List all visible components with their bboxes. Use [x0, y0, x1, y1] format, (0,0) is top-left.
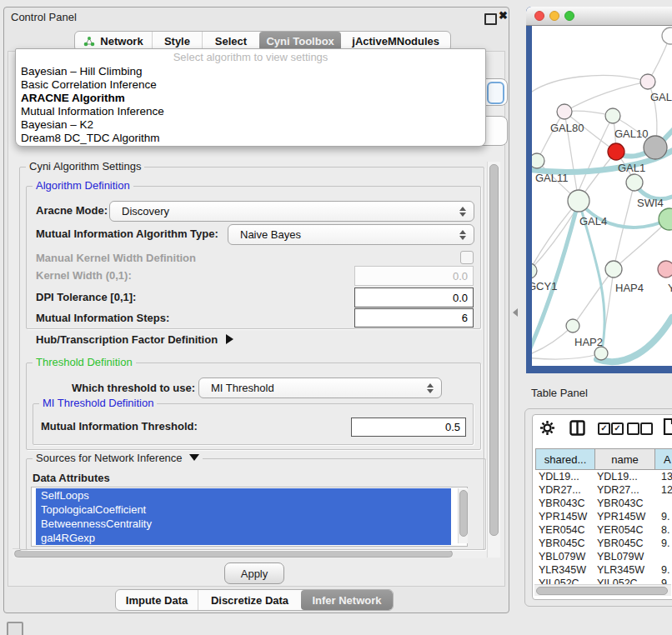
column-header-A[interactable]: A [655, 448, 672, 470]
node-gal1[interactable] [608, 143, 624, 160]
table-row[interactable]: YBR045CYBR045C9. [535, 537, 672, 550]
table-browser: ✓ ✓ shared...nameA YDL19...YDL19...13YDR… [532, 414, 672, 600]
attributes-vscrollbar-track [458, 488, 468, 543]
attribute-item[interactable]: gal4RGexp [36, 531, 451, 545]
node-hap4[interactable] [605, 261, 622, 278]
data-attributes-list[interactable]: SelfLoopsTopologicalCoefficientBetweenne… [31, 487, 468, 547]
node-pink[interactable] [658, 261, 672, 278]
mi-algorithm-type-value: Naive Bayes [240, 228, 301, 241]
node-top-partial[interactable] [662, 28, 672, 44]
threshold-definition-legend: Threshold Definition [33, 357, 136, 368]
hub-definition-toggle[interactable]: Hub/Transcription Factor Definition [36, 333, 233, 347]
checked-box-icon[interactable]: ✓ [611, 422, 624, 435]
table-row[interactable]: YBR043CYBR043C [535, 497, 672, 510]
close-traffic-light[interactable] [534, 11, 544, 21]
column-layout-icon[interactable] [569, 420, 585, 439]
data-attributes-label: Data Attributes [33, 472, 110, 485]
table-cell: YLR345W [535, 563, 595, 577]
attribute-item[interactable]: TopologicalCoefficient [36, 502, 451, 517]
combo-stepper-icon [427, 383, 434, 393]
settings-hscrollbar-thumb[interactable] [14, 550, 453, 558]
node-swi4[interactable] [626, 174, 643, 191]
node-hap2[interactable] [566, 319, 579, 332]
mi-algorithm-type-combo[interactable]: Naive Bayes [228, 224, 474, 245]
tab-impute-data[interactable]: Impute Data [116, 590, 198, 610]
table-cell: YIL052C [595, 577, 657, 584]
network-edge [532, 353, 601, 359]
aracne-mode-value: Discovery [122, 205, 169, 218]
table-cell: 13 [657, 470, 672, 483]
unchecked-box-icon[interactable] [627, 422, 639, 435]
gear-icon[interactable] [539, 420, 555, 439]
apply-button-label: Apply [241, 568, 268, 580]
table-hscrollbar-thumb[interactable] [536, 587, 668, 595]
table-cell: 9 [657, 577, 667, 584]
unchecked-box-icon[interactable] [640, 422, 653, 435]
table-row[interactable]: YIL052CYIL052C9 [535, 577, 672, 584]
table-row[interactable]: YBL079WYBL079W [535, 550, 672, 563]
tab-infer-network[interactable]: Infer Network [301, 590, 393, 610]
sources-legend[interactable]: Sources for Network Inference [33, 452, 203, 464]
network-edge [564, 82, 648, 112]
minimize-traffic-light[interactable] [549, 11, 559, 21]
table-row[interactable]: YER054CYER054C8. [535, 523, 672, 537]
zoom-traffic-light[interactable] [564, 11, 574, 21]
network-window-titlebar[interactable] [526, 7, 672, 26]
tab-discretize-data[interactable]: Discretize Data [198, 590, 301, 610]
node-gal11[interactable] [532, 153, 544, 168]
cyni-algorithm-settings-legend: Cyni Algorithm Settings [26, 161, 144, 172]
node-bottom[interactable] [594, 347, 608, 360]
which-threshold-label: Which threshold to use: [72, 382, 195, 395]
algorithm-option-bayesian-hill-climbing[interactable]: Bayesian – Hill Climbing [16, 65, 485, 78]
node-label: GAL [650, 91, 672, 103]
algorithm-option-aracne-algorithm[interactable]: ARACNE Algorithm [16, 92, 485, 105]
node-gcy1[interactable] [532, 263, 537, 278]
mi-threshold-field[interactable]: 0.5 [351, 418, 466, 437]
table-row[interactable]: YDR27...YDR27...12 [535, 483, 672, 497]
column-header-name[interactable]: name [595, 448, 655, 470]
collapsed-arrow-icon [226, 334, 233, 344]
kernel-width-field: 0.0 [354, 266, 474, 286]
file-icon[interactable] [663, 418, 672, 439]
settings-vscrollbar-thumb[interactable] [489, 164, 499, 536]
node-gal10[interactable] [605, 108, 620, 123]
attribute-item[interactable]: SelfLoops [36, 488, 451, 502]
apply-button[interactable]: Apply [224, 562, 284, 584]
node-label: GAL4 [579, 215, 607, 228]
node-gal4[interactable] [568, 190, 589, 212]
which-threshold-value: MI Threshold [211, 382, 274, 394]
network-edge [532, 75, 648, 97]
network-canvas[interactable]: GALGAL80GAL10GAL1GAL11SWI4GAL4GCY1HAP4YH… [532, 26, 672, 366]
float-window-icon[interactable] [484, 13, 497, 25]
attribute-item[interactable]: BetweennessCentrality [36, 517, 451, 531]
network-view-window: GALGAL80GAL10GAL1GAL11SWI4GAL4GCY1HAP4YH… [526, 7, 672, 373]
algorithm-option-dream8-dc-tdc-algorithm[interactable]: Dream8 DC_TDC Algorithm [16, 132, 485, 145]
node-label: GCY1 [532, 280, 557, 292]
table-row[interactable]: YLR345WYLR345W9. [535, 563, 672, 577]
which-threshold-combo[interactable]: MI Threshold [198, 378, 442, 398]
algorithm-option-bayesian-k2[interactable]: Bayesian – K2 [16, 118, 485, 132]
manual-kernel-width-checkbox[interactable] [460, 251, 474, 264]
node-gal80[interactable] [557, 104, 572, 119]
close-icon[interactable]: ✖ [499, 9, 508, 22]
table-row[interactable]: YDL19...YDL19...13 [535, 470, 672, 483]
table-cell: YLR345W [595, 563, 657, 577]
algorithm-option-basic-correlation-inference[interactable]: Basic Correlation Inference [16, 78, 485, 92]
split-pane-handle-icon[interactable] [513, 308, 518, 317]
mi-steps-field[interactable]: 6 [354, 308, 474, 328]
algorithm-option-mutual-information-inference[interactable]: Mutual Information Inference [16, 105, 485, 118]
node-green[interactable] [659, 208, 672, 230]
tab-label: Discretize Data [211, 594, 288, 607]
table-cell: YBR043C [595, 497, 657, 510]
checked-box-icon[interactable]: ✓ [598, 422, 610, 435]
attributes-vscrollbar-thumb[interactable] [459, 490, 468, 537]
dpi-tolerance-field[interactable]: 0.0 [354, 288, 474, 308]
aracne-mode-combo[interactable]: Discovery [109, 201, 474, 222]
table-cell: 12 [657, 483, 672, 497]
column-header-shared[interactable]: shared... [535, 448, 595, 470]
node-gal-partial[interactable] [640, 74, 655, 89]
table-row[interactable]: YPR145WYPR145W9. [535, 510, 672, 523]
table-cell: 8. [657, 523, 669, 537]
table-cell: YBR045C [535, 537, 595, 550]
algorithm-popup-items: Bayesian – Hill ClimbingBasic Correlatio… [16, 65, 485, 145]
